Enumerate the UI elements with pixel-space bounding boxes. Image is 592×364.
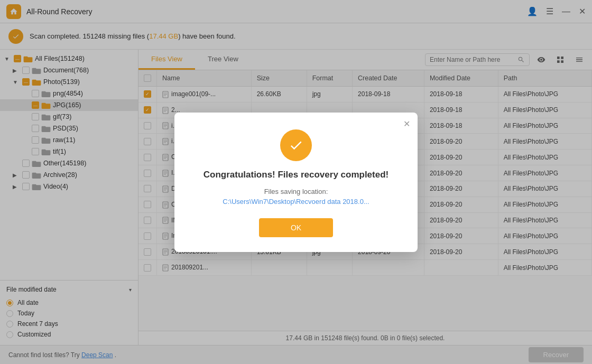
- modal-path-link[interactable]: C:\Users\Win7\Desktop\Recvoerd data 2018…: [193, 198, 399, 206]
- modal-ok-button[interactable]: OK: [259, 218, 333, 237]
- modal-title: Congratulations! Files recovery complete…: [193, 170, 399, 180]
- modal-success-icon: [280, 129, 312, 161]
- modal-overlay: ✕ Congratulations! Files recovery comple…: [0, 0, 592, 364]
- modal-subtitle: Files saving location:: [193, 188, 399, 195]
- checkmark-icon: [289, 138, 303, 153]
- modal-close-button[interactable]: ✕: [403, 119, 410, 129]
- modal: ✕ Congratulations! Files recovery comple…: [174, 113, 418, 252]
